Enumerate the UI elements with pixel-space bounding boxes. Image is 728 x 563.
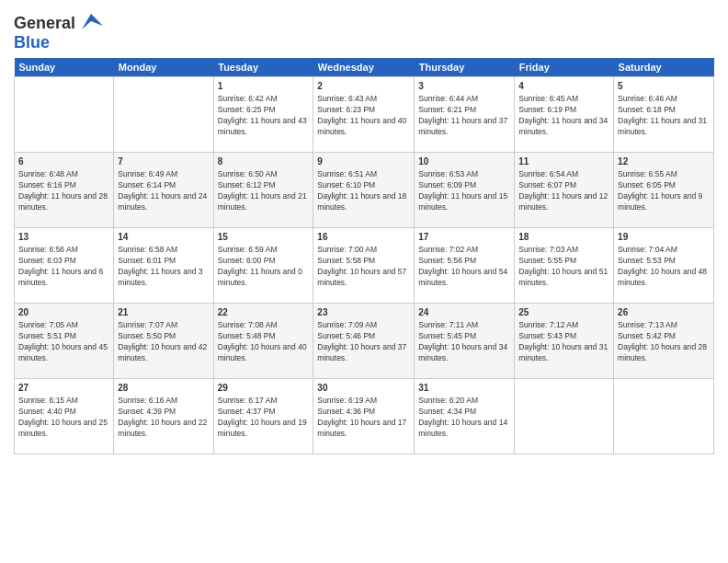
day-number: 7 <box>118 155 209 168</box>
calendar-cell: 17Sunrise: 7:02 AM Sunset: 5:56 PM Dayli… <box>415 228 515 304</box>
cell-info: Sunrise: 7:05 AM Sunset: 5:51 PM Dayligh… <box>18 320 109 364</box>
col-header-thursday: Thursday <box>415 58 515 77</box>
svg-marker-0 <box>82 14 103 29</box>
calendar-cell: 29Sunrise: 6:17 AM Sunset: 4:37 PM Dayli… <box>213 379 313 454</box>
day-number: 22 <box>218 306 310 319</box>
calendar-cell: 13Sunrise: 6:56 AM Sunset: 6:03 PM Dayli… <box>15 228 114 304</box>
calendar-cell <box>614 379 714 454</box>
calendar-cell: 2Sunrise: 6:43 AM Sunset: 6:23 PM Daylig… <box>313 77 415 153</box>
calendar-cell: 3Sunrise: 6:44 AM Sunset: 6:21 PM Daylig… <box>415 77 515 153</box>
cell-info: Sunrise: 6:44 AM Sunset: 6:21 PM Dayligh… <box>418 94 510 138</box>
day-number: 16 <box>317 231 410 244</box>
day-number: 13 <box>18 231 109 244</box>
logo-bird-icon <box>77 9 105 37</box>
cell-info: Sunrise: 7:13 AM Sunset: 5:42 PM Dayligh… <box>618 320 710 364</box>
cell-info: Sunrise: 6:58 AM Sunset: 6:01 PM Dayligh… <box>118 245 209 289</box>
calendar-cell: 9Sunrise: 6:51 AM Sunset: 6:10 PM Daylig… <box>313 153 415 228</box>
cell-info: Sunrise: 7:00 AM Sunset: 5:58 PM Dayligh… <box>317 245 410 289</box>
day-number: 1 <box>218 80 310 93</box>
calendar-cell <box>15 77 114 153</box>
calendar-cell: 6Sunrise: 6:48 AM Sunset: 6:16 PM Daylig… <box>15 153 114 228</box>
cell-info: Sunrise: 6:50 AM Sunset: 6:12 PM Dayligh… <box>218 169 310 213</box>
cell-info: Sunrise: 6:43 AM Sunset: 6:23 PM Dayligh… <box>317 94 410 138</box>
page: General Blue SundayMondayTuesdayWednesda… <box>0 0 728 563</box>
calendar-cell: 21Sunrise: 7:07 AM Sunset: 5:50 PM Dayli… <box>114 304 213 379</box>
cell-info: Sunrise: 7:11 AM Sunset: 5:45 PM Dayligh… <box>418 320 510 364</box>
day-number: 20 <box>18 306 109 319</box>
cell-info: Sunrise: 6:54 AM Sunset: 6:07 PM Dayligh… <box>518 169 609 213</box>
day-number: 31 <box>418 382 510 395</box>
col-header-wednesday: Wednesday <box>313 58 415 77</box>
calendar-table: SundayMondayTuesdayWednesdayThursdayFrid… <box>14 58 714 454</box>
calendar-cell: 8Sunrise: 6:50 AM Sunset: 6:12 PM Daylig… <box>213 153 313 228</box>
day-number: 6 <box>18 155 109 168</box>
week-row-1: 1Sunrise: 6:42 AM Sunset: 6:25 PM Daylig… <box>15 77 714 153</box>
header-row: SundayMondayTuesdayWednesdayThursdayFrid… <box>15 58 714 77</box>
calendar-cell: 7Sunrise: 6:49 AM Sunset: 6:14 PM Daylig… <box>114 153 213 228</box>
day-number: 24 <box>418 306 510 319</box>
day-number: 18 <box>518 231 609 244</box>
day-number: 5 <box>618 80 710 93</box>
cell-info: Sunrise: 7:08 AM Sunset: 5:48 PM Dayligh… <box>218 320 310 364</box>
cell-info: Sunrise: 6:51 AM Sunset: 6:10 PM Dayligh… <box>317 169 410 213</box>
week-row-2: 6Sunrise: 6:48 AM Sunset: 6:16 PM Daylig… <box>15 153 714 228</box>
logo: General Blue <box>14 9 103 52</box>
cell-info: Sunrise: 7:02 AM Sunset: 5:56 PM Dayligh… <box>418 245 510 289</box>
day-number: 4 <box>518 80 609 93</box>
week-row-5: 27Sunrise: 6:15 AM Sunset: 4:40 PM Dayli… <box>15 379 714 454</box>
day-number: 25 <box>518 306 609 319</box>
day-number: 17 <box>418 231 510 244</box>
col-header-tuesday: Tuesday <box>213 58 313 77</box>
calendar-cell: 31Sunrise: 6:20 AM Sunset: 4:34 PM Dayli… <box>415 379 515 454</box>
calendar-cell: 22Sunrise: 7:08 AM Sunset: 5:48 PM Dayli… <box>213 304 313 379</box>
day-number: 15 <box>218 231 310 244</box>
day-number: 14 <box>118 231 209 244</box>
calendar-cell <box>114 77 213 153</box>
cell-info: Sunrise: 6:59 AM Sunset: 6:00 PM Dayligh… <box>218 245 310 289</box>
calendar-cell: 26Sunrise: 7:13 AM Sunset: 5:42 PM Dayli… <box>614 304 714 379</box>
cell-info: Sunrise: 7:09 AM Sunset: 5:46 PM Dayligh… <box>317 320 410 364</box>
col-header-saturday: Saturday <box>614 58 714 77</box>
cell-info: Sunrise: 7:04 AM Sunset: 5:53 PM Dayligh… <box>618 245 710 289</box>
col-header-sunday: Sunday <box>15 58 114 77</box>
calendar-cell: 11Sunrise: 6:54 AM Sunset: 6:07 PM Dayli… <box>515 153 614 228</box>
day-number: 9 <box>317 155 410 168</box>
cell-info: Sunrise: 6:55 AM Sunset: 6:05 PM Dayligh… <box>618 169 710 213</box>
calendar-cell: 28Sunrise: 6:16 AM Sunset: 4:39 PM Dayli… <box>114 379 213 454</box>
week-row-3: 13Sunrise: 6:56 AM Sunset: 6:03 PM Dayli… <box>15 228 714 304</box>
calendar-cell: 18Sunrise: 7:03 AM Sunset: 5:55 PM Dayli… <box>515 228 614 304</box>
calendar-cell: 4Sunrise: 6:45 AM Sunset: 6:19 PM Daylig… <box>515 77 614 153</box>
day-number: 28 <box>118 382 209 395</box>
calendar-cell: 19Sunrise: 7:04 AM Sunset: 5:53 PM Dayli… <box>614 228 714 304</box>
calendar-cell <box>515 379 614 454</box>
cell-info: Sunrise: 6:15 AM Sunset: 4:40 PM Dayligh… <box>18 396 109 440</box>
day-number: 2 <box>317 80 410 93</box>
cell-info: Sunrise: 7:07 AM Sunset: 5:50 PM Dayligh… <box>118 320 209 364</box>
day-number: 21 <box>118 306 209 319</box>
col-header-monday: Monday <box>114 58 213 77</box>
calendar-cell: 12Sunrise: 6:55 AM Sunset: 6:05 PM Dayli… <box>614 153 714 228</box>
calendar-cell: 23Sunrise: 7:09 AM Sunset: 5:46 PM Dayli… <box>313 304 415 379</box>
cell-info: Sunrise: 7:12 AM Sunset: 5:43 PM Dayligh… <box>518 320 609 364</box>
day-number: 29 <box>218 382 310 395</box>
calendar-cell: 30Sunrise: 6:19 AM Sunset: 4:36 PM Dayli… <box>313 379 415 454</box>
calendar-cell: 1Sunrise: 6:42 AM Sunset: 6:25 PM Daylig… <box>213 77 313 153</box>
calendar-cell: 16Sunrise: 7:00 AM Sunset: 5:58 PM Dayli… <box>313 228 415 304</box>
calendar-cell: 25Sunrise: 7:12 AM Sunset: 5:43 PM Dayli… <box>515 304 614 379</box>
calendar-cell: 20Sunrise: 7:05 AM Sunset: 5:51 PM Dayli… <box>15 304 114 379</box>
day-number: 27 <box>18 382 109 395</box>
day-number: 10 <box>418 155 510 168</box>
logo-general-text: General <box>14 14 75 33</box>
calendar-cell: 27Sunrise: 6:15 AM Sunset: 4:40 PM Dayli… <box>15 379 114 454</box>
day-number: 26 <box>618 306 710 319</box>
cell-info: Sunrise: 6:56 AM Sunset: 6:03 PM Dayligh… <box>18 245 109 289</box>
calendar-cell: 15Sunrise: 6:59 AM Sunset: 6:00 PM Dayli… <box>213 228 313 304</box>
cell-info: Sunrise: 6:46 AM Sunset: 6:18 PM Dayligh… <box>618 94 710 138</box>
calendar-cell: 14Sunrise: 6:58 AM Sunset: 6:01 PM Dayli… <box>114 228 213 304</box>
cell-info: Sunrise: 6:17 AM Sunset: 4:37 PM Dayligh… <box>218 396 310 440</box>
cell-info: Sunrise: 6:53 AM Sunset: 6:09 PM Dayligh… <box>418 169 510 213</box>
header: General Blue <box>14 9 714 52</box>
day-number: 3 <box>418 80 510 93</box>
cell-info: Sunrise: 6:16 AM Sunset: 4:39 PM Dayligh… <box>118 396 209 440</box>
cell-info: Sunrise: 6:19 AM Sunset: 4:36 PM Dayligh… <box>317 396 410 440</box>
